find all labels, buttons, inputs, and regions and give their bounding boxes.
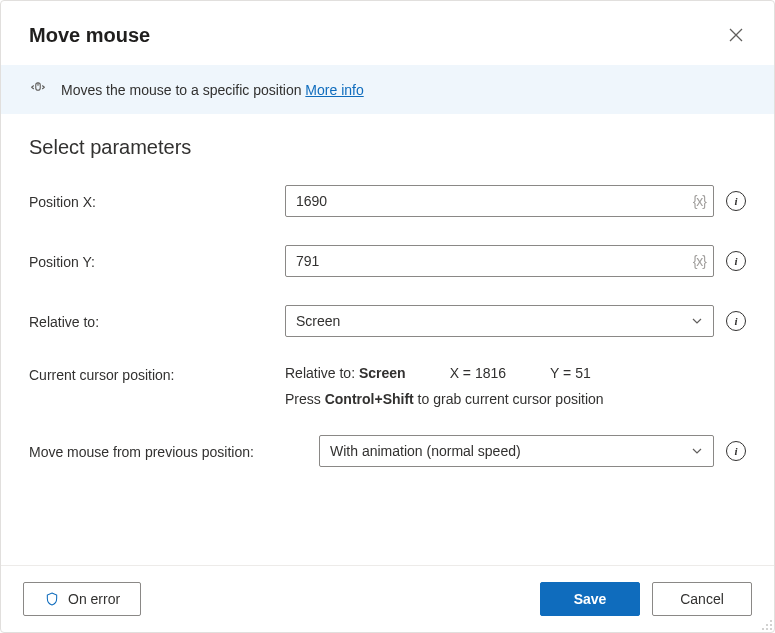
mouse-move-icon bbox=[29, 79, 47, 100]
position-y-input[interactable] bbox=[285, 245, 714, 277]
cursor-position-label: Current cursor position: bbox=[29, 365, 285, 383]
cursor-relative-value: Screen bbox=[359, 365, 406, 381]
position-y-label: Position Y: bbox=[29, 252, 285, 270]
cursor-relative-label: Relative to: bbox=[285, 365, 355, 381]
chevron-down-icon bbox=[691, 445, 703, 457]
cursor-y-label: Y = bbox=[550, 365, 571, 381]
info-icon[interactable]: i bbox=[726, 251, 746, 271]
save-button[interactable]: Save bbox=[540, 582, 640, 616]
position-x-input[interactable] bbox=[285, 185, 714, 217]
info-icon[interactable]: i bbox=[726, 311, 746, 331]
move-mode-select[interactable]: With animation (normal speed) bbox=[319, 435, 714, 467]
cancel-button[interactable]: Cancel bbox=[652, 582, 752, 616]
chevron-down-icon bbox=[691, 315, 703, 327]
variable-picker-icon[interactable]: {x} bbox=[693, 253, 706, 269]
cursor-x-value: 1816 bbox=[475, 365, 506, 381]
relative-to-value: Screen bbox=[296, 313, 340, 329]
dialog-title: Move mouse bbox=[29, 24, 150, 47]
info-icon[interactable]: i bbox=[726, 441, 746, 461]
move-mode-label: Move mouse from previous position: bbox=[29, 442, 319, 460]
relative-to-select[interactable]: Screen bbox=[285, 305, 714, 337]
relative-to-label: Relative to: bbox=[29, 312, 285, 330]
section-title: Select parameters bbox=[29, 136, 746, 159]
cursor-y-value: 51 bbox=[575, 365, 591, 381]
position-x-label: Position X: bbox=[29, 192, 285, 210]
variable-picker-icon[interactable]: {x} bbox=[693, 193, 706, 209]
shield-icon bbox=[44, 591, 60, 607]
description-text: Moves the mouse to a specific position bbox=[61, 82, 301, 98]
description-bar: Moves the mouse to a specific position M… bbox=[1, 65, 774, 114]
move-mode-value: With animation (normal speed) bbox=[330, 443, 521, 459]
on-error-button[interactable]: On error bbox=[23, 582, 141, 616]
close-button[interactable] bbox=[720, 19, 752, 51]
cursor-hint: Press Control+Shift to grab current curs… bbox=[285, 391, 746, 407]
cursor-x-label: X = bbox=[450, 365, 471, 381]
more-info-link[interactable]: More info bbox=[305, 82, 363, 98]
close-icon bbox=[729, 28, 743, 42]
info-icon[interactable]: i bbox=[726, 191, 746, 211]
